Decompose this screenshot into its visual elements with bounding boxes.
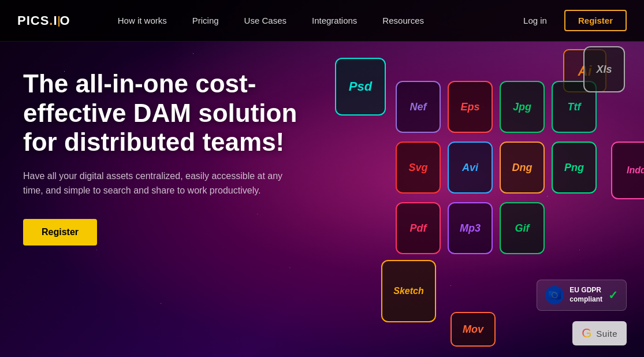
nav-item-pricing[interactable]: Pricing <box>180 16 232 25</box>
file-icon-dng-label: Dng <box>512 162 533 174</box>
gdpr-line2: compliant <box>569 295 602 304</box>
main-nav: How it works Pricing Use Cases Integrati… <box>105 16 518 25</box>
file-icon-jpg-label: Jpg <box>513 101 531 113</box>
file-icon-psd-label: Psd <box>349 79 372 94</box>
file-icon-psd: Psd <box>335 58 386 116</box>
file-icon-sketch: Sketch <box>381 260 436 322</box>
file-icon-nef-label: Nef <box>410 101 426 113</box>
file-icon-avi-label: Avi <box>462 162 478 174</box>
file-icon-mov-label: Mov <box>463 323 483 336</box>
file-icon-jpg: Jpg <box>500 81 545 133</box>
file-icon-gif-label: Gif <box>515 222 530 235</box>
file-icon-dng: Dng <box>500 142 545 194</box>
file-icon-gif: Gif <box>500 202 545 254</box>
nav-right: Log in Register <box>518 10 627 31</box>
file-icon-mov: Mov <box>451 312 496 347</box>
login-button[interactable]: Log in <box>518 16 553 25</box>
gdpr-badge: 🇪🇺 EU GDPR compliant ✓ <box>537 280 627 311</box>
file-icon-svg: Svg <box>396 142 441 194</box>
file-icon-xls: Xls <box>583 46 625 92</box>
file-icon-pdf: Pdf <box>396 202 441 254</box>
cta-register-button[interactable]: Register <box>23 219 97 246</box>
nav-item-integrations[interactable]: Integrations <box>299 16 370 25</box>
file-icon-png: Png <box>552 142 597 194</box>
file-icon-indd: Indd <box>611 142 644 199</box>
gdpr-text: EU GDPR compliant <box>569 286 602 304</box>
file-icon-mp3: Mp3 <box>448 202 493 254</box>
gdpr-checkmark-icon: ✓ <box>608 288 618 302</box>
gdpr-line1: EU GDPR <box>569 286 602 295</box>
file-icon-svg-label: Svg <box>408 162 427 174</box>
file-icon-eps-label: Eps <box>460 101 479 113</box>
gsuite-badge: G Suite <box>572 321 627 345</box>
file-icon-nef: Nef <box>396 81 441 133</box>
file-icon-mp3-label: Mp3 <box>460 222 481 235</box>
header: PICS.IO How it works Pricing Use Cases I… <box>0 0 644 42</box>
nav-item-resources[interactable]: Resources <box>370 16 437 25</box>
hero-title: The all-in-one cost-effective DAM soluti… <box>23 69 335 157</box>
file-icon-avi: Avi <box>448 142 493 194</box>
register-button-header[interactable]: Register <box>564 10 627 31</box>
file-icon-sketch-label: Sketch <box>393 286 423 296</box>
gsuite-label: Suite <box>596 329 617 339</box>
file-icon-pdf-label: Pdf <box>410 222 427 235</box>
file-icon-xls-label: Xls <box>596 64 612 76</box>
hero-content: The all-in-one cost-effective DAM soluti… <box>23 69 335 246</box>
nav-item-how-it-works[interactable]: How it works <box>105 16 180 25</box>
logo-text: PICS.IO <box>17 13 70 28</box>
file-icon-png-label: Png <box>564 162 584 174</box>
hero-subtitle: Have all your digital assets centralized… <box>23 169 289 198</box>
nav-item-use-cases[interactable]: Use Cases <box>232 16 299 25</box>
file-icon-eps: Eps <box>448 81 493 133</box>
gsuite-g-icon: G <box>582 326 591 341</box>
logo[interactable]: PICS.IO <box>17 13 70 28</box>
eu-flag-icon: 🇪🇺 <box>545 286 564 304</box>
file-icon-ttf-label: Ttf <box>568 101 581 113</box>
logo-bar-icon <box>58 16 59 27</box>
file-icon-indd-label: Indd <box>627 165 644 176</box>
